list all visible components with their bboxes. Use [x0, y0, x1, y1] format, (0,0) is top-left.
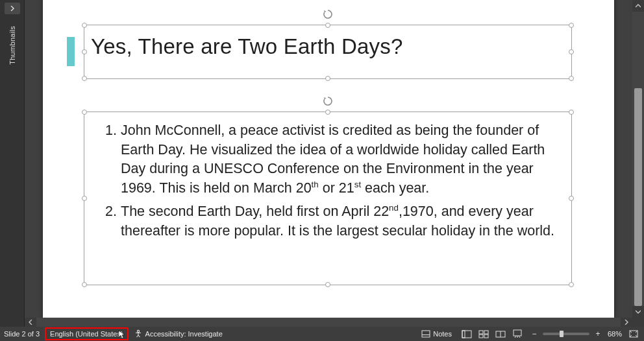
zoom-out-button[interactable]: −	[530, 329, 539, 338]
svg-rect-11	[514, 330, 521, 336]
resize-handle[interactable]	[325, 23, 330, 28]
accessibility-button[interactable]: Accessibility: Investigate	[134, 329, 223, 338]
slide-sorter-view-button[interactable]	[475, 327, 492, 340]
slideshow-view-button[interactable]	[509, 327, 526, 340]
status-bar: Slide 2 of 3 English (United States) Acc…	[0, 327, 644, 341]
vertical-scrollbar[interactable]	[632, 0, 644, 318]
notes-icon	[421, 330, 430, 338]
slide-title-text[interactable]: Yes, There are Two Earth Days?	[91, 34, 565, 59]
reading-view-button[interactable]	[492, 327, 509, 340]
resize-handle[interactable]	[569, 110, 574, 115]
thumbnails-panel-collapsed: Thumbnails	[0, 0, 25, 318]
rotate-handle-icon[interactable]	[322, 8, 334, 20]
resize-handle[interactable]	[569, 23, 574, 28]
resize-handle[interactable]	[82, 196, 87, 201]
slide-canvas[interactable]: Yes, There are Two Earth Days?	[43, 0, 614, 318]
slide-counter[interactable]: Slide 2 of 3	[4, 330, 40, 338]
zoom-in-button[interactable]: +	[593, 329, 602, 338]
title-accent-bar	[67, 37, 75, 66]
svg-point-0	[137, 330, 139, 332]
resize-handle[interactable]	[82, 76, 87, 81]
resize-handle[interactable]	[82, 23, 87, 28]
scroll-right-button[interactable]	[621, 318, 632, 327]
content-placeholder[interactable]: John McConnell, a peace activist is cred…	[84, 112, 572, 285]
normal-view-button[interactable]	[458, 327, 475, 340]
scrollbar-track[interactable]	[36, 318, 621, 327]
svg-rect-5	[479, 331, 483, 334]
list-item[interactable]: The second Earth Day, held first on Apri…	[121, 202, 564, 241]
zoom-slider-thumb[interactable]	[560, 331, 564, 337]
svg-rect-7	[479, 335, 483, 338]
resize-handle[interactable]	[82, 110, 87, 115]
resize-handle[interactable]	[569, 49, 574, 54]
language-button[interactable]: English (United States)	[45, 327, 129, 340]
accessibility-icon	[134, 329, 143, 338]
svg-rect-8	[484, 335, 488, 338]
zoom-control: − + 68%	[530, 329, 623, 338]
resize-handle[interactable]	[325, 76, 330, 81]
resize-handle[interactable]	[325, 282, 330, 287]
zoom-percent[interactable]: 68%	[606, 330, 623, 338]
scrollbar-track[interactable]	[632, 12, 644, 306]
resize-handle[interactable]	[569, 282, 574, 287]
fit-to-window-button[interactable]	[627, 327, 640, 340]
chevron-right-icon	[10, 6, 15, 11]
horizontal-scrollbar[interactable]	[0, 318, 644, 327]
resize-handle[interactable]	[325, 110, 330, 115]
svg-rect-3	[462, 331, 471, 338]
resize-handle[interactable]	[569, 196, 574, 201]
svg-rect-1	[422, 331, 430, 337]
notes-button[interactable]: Notes	[419, 330, 454, 338]
title-placeholder[interactable]: Yes, There are Two Earth Days?	[84, 25, 572, 79]
resize-handle[interactable]	[82, 49, 87, 54]
svg-rect-6	[484, 331, 488, 334]
slide-body-text[interactable]: John McConnell, a peace activist is cred…	[99, 121, 564, 244]
scrollbar-thumb[interactable]	[634, 88, 642, 306]
svg-rect-4	[462, 331, 465, 338]
scroll-left-button[interactable]	[25, 318, 36, 327]
thumbnails-expand-button[interactable]	[5, 3, 20, 14]
rotate-handle-icon[interactable]	[322, 95, 334, 107]
scroll-down-button[interactable]	[632, 306, 644, 318]
resize-handle[interactable]	[82, 282, 87, 287]
resize-handle[interactable]	[569, 76, 574, 81]
zoom-slider[interactable]	[543, 333, 589, 335]
scroll-up-button[interactable]	[632, 0, 644, 12]
thumbnails-label[interactable]: Thumbnails	[8, 26, 16, 65]
slide-edit-area[interactable]: Yes, There are Two Earth Days?	[25, 0, 632, 318]
list-item[interactable]: John McConnell, a peace activist is cred…	[121, 121, 564, 198]
